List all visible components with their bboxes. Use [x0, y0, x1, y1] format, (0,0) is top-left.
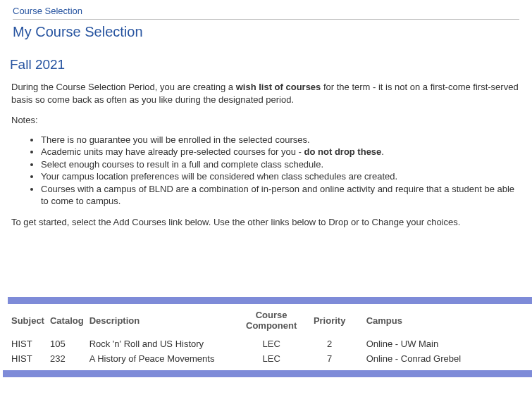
get-started-text: To get started, select the Add Courses l… — [11, 216, 521, 243]
table-bottom-bar — [3, 370, 532, 377]
cell-component: LEC — [245, 336, 304, 351]
header-divider — [13, 19, 519, 20]
cell-subject: HIST — [0, 336, 50, 351]
cell-subject: HIST — [0, 351, 50, 366]
table-header-row: Subject Catalog Description Course Compo… — [0, 304, 532, 336]
cell-campus: Online - Conrad Grebel — [361, 351, 532, 366]
page-title: My Course Selection — [13, 24, 519, 50]
cell-description: A History of Peace Movements — [89, 351, 245, 366]
list-item: Select enough courses to result in a ful… — [41, 158, 521, 171]
col-campus: Campus — [361, 304, 532, 336]
intro-before: During the Course Selection Period, you … — [11, 82, 236, 92]
cell-component: LEC — [245, 351, 304, 366]
intro-paragraph: During the Course Selection Period, you … — [11, 81, 521, 114]
intro-bold: wish list of courses — [236, 82, 321, 92]
breadcrumb: Course Selection — [13, 6, 519, 19]
col-description: Description — [89, 304, 245, 336]
col-subject: Subject — [0, 304, 50, 336]
footer-nav: Go to Add Courses Drop Courses Change Pr… — [0, 377, 532, 404]
list-item: Academic units may have already pre-sele… — [41, 146, 521, 158]
list-item: Courses with a campus of BLND are a comb… — [41, 183, 521, 208]
cell-catalog: 232 — [50, 351, 89, 366]
cell-campus: Online - UW Main — [361, 336, 532, 351]
term-title: Fall 2021 — [0, 53, 532, 81]
col-priority: Priority — [304, 304, 361, 336]
table-row: HIST 105 Rock 'n' Roll and US History LE… — [0, 336, 532, 351]
note-bold: do not drop these — [304, 146, 382, 157]
cell-description: Rock 'n' Roll and US History — [89, 336, 245, 351]
list-item: There is no guarantee you will be enroll… — [41, 134, 521, 146]
note-after: . — [381, 146, 384, 157]
col-component: Course Component — [245, 304, 304, 336]
course-table: Subject Catalog Description Course Compo… — [0, 304, 532, 366]
note-before: Academic units may have already pre-sele… — [41, 146, 304, 157]
table-top-bar — [8, 297, 532, 304]
col-catalog: Catalog — [50, 304, 89, 336]
cell-priority: 7 — [304, 351, 361, 366]
notes-label: Notes: — [11, 114, 521, 134]
notes-list: There is no guarantee you will be enroll… — [11, 134, 521, 216]
list-item: Your campus location preferences will be… — [41, 170, 521, 183]
cell-priority: 2 — [304, 336, 361, 351]
cell-catalog: 105 — [50, 336, 89, 351]
table-row: HIST 232 A History of Peace Movements LE… — [0, 351, 532, 366]
